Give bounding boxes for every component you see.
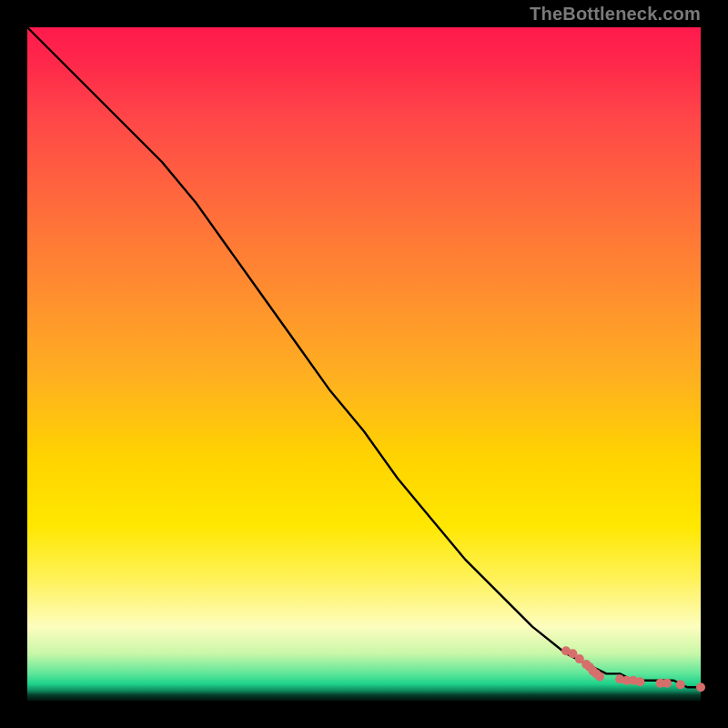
chart-stage: TheBottleneck.com — [0, 0, 728, 728]
watermark-label: TheBottleneck.com — [530, 4, 701, 25]
scatter-points — [561, 646, 705, 692]
svg-point-13 — [662, 679, 672, 688]
curve-line — [27, 27, 701, 687]
chart-svg — [27, 27, 701, 701]
svg-point-11 — [635, 677, 644, 686]
plot-area — [27, 27, 701, 701]
svg-point-14 — [676, 680, 685, 689]
svg-point-15 — [696, 682, 705, 692]
svg-point-7 — [595, 672, 604, 681]
